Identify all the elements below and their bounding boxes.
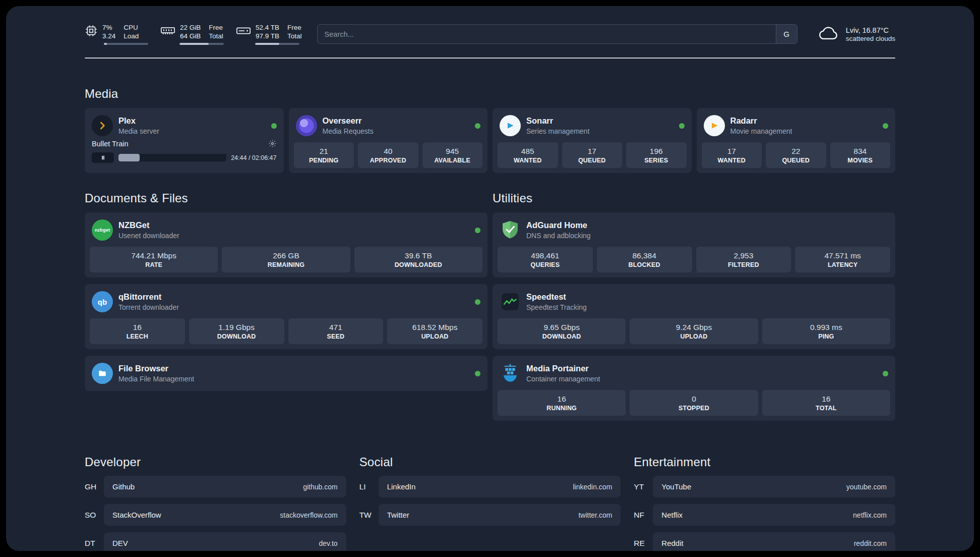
now-playing-row: Bullet Train [92,139,277,148]
section-title-documents: Documents & Files [85,191,487,205]
app-name: Radarr [730,116,792,126]
player-controls: 24:44 / 02:06:47 [92,152,277,163]
app-name: File Browser [118,364,194,374]
stat-value: 945 [424,147,481,156]
link-linkedin[interactable]: LinkedIn linkedin.com [379,476,621,497]
link-row-dev: DT DEV dev.to [85,532,346,551]
app-name: NZBGet [118,220,179,231]
app-card-portainer[interactable]: Media Portainer Container management 16 … [493,356,895,421]
link-abbr: LI [359,482,379,491]
app-name: Plex [118,116,159,126]
app-titles: Overseerr Media Requests [323,116,374,135]
stat-label: SEED [290,333,382,340]
stat-filtered: 2,953 FILTERED [696,247,791,272]
cpu-label: CPU [124,23,139,32]
stat-value: 21 [296,147,352,156]
stat-available: 945 AVAILABLE [422,142,483,168]
app-titles: AdGuard Home DNS and adblocking [526,220,591,240]
link-youtube[interactable]: YouTube youtube.com [653,476,895,497]
status-online-dot [475,228,480,233]
status-online-dot [475,299,480,305]
ram-icon [160,24,175,39]
cpu-widget: 7% CPU 3.24 Load [85,23,148,45]
disk-icon [236,24,251,39]
entertainment-links: Entertainment YT YouTube youtube.com NF … [634,455,895,551]
link-url: github.com [303,483,337,491]
playback-progress-fill [118,154,140,161]
app-card-nzbget[interactable]: nzbget NZBGet Usenet downloader 744.21 M… [85,212,487,277]
app-card-adguard[interactable]: AdGuard Home DNS and adblocking 498,461 … [493,212,895,277]
link-reddit[interactable]: Reddit reddit.com [653,532,895,551]
stat-total: 16 TOTAL [762,390,890,416]
app-titles: qBittorrent Torrent downloader [118,292,179,311]
media-card-grid: Plex Media server Bullet Train [85,108,895,173]
stat-pending: 21 PENDING [294,142,354,168]
app-card-sonarr[interactable]: Sonarr Series management 485 WANTED 17 Q… [493,108,692,173]
app-titles: Speedtest Speedtest Tracking [526,292,587,311]
stat-value: 485 [500,147,556,156]
adguard-shield-icon [500,219,521,241]
link-twitter[interactable]: Twitter twitter.com [379,504,621,526]
app-card-plex[interactable]: Plex Media server Bullet Train [85,108,284,173]
stat-remaining: 266 GB REMAINING [222,247,350,272]
stat-label: QUERIES [500,261,591,268]
plex-icon [92,115,113,136]
link-netflix[interactable]: Netflix netflix.com [653,504,895,526]
status-online-dot [475,371,480,376]
stat-ping: 0.993 ms PING [762,318,890,344]
app-card-qbittorrent[interactable]: qb qBittorrent Torrent downloader 16 LEE… [85,284,487,349]
stats-row: 744.21 Mbps RATE 266 GB REMAINING 39.6 T… [90,247,482,272]
app-subtitle: Torrent downloader [118,303,179,311]
cpu-widget-main: 7% CPU 3.24 Load [85,23,148,40]
card-header: Overseerr Media Requests [294,113,483,138]
app-subtitle: Container management [526,375,600,383]
search-engine-button[interactable]: G [776,25,797,43]
stat-label: DOWNLOADED [356,261,480,268]
card-header: nzbget NZBGet Usenet downloader [90,217,482,243]
link-url: linkedin.com [573,483,612,491]
link-stackoverflow[interactable]: StackOverflow stackoverflow.com [104,504,346,526]
stat-value: 618.52 Mbps [389,323,480,332]
link-abbr: YT [634,482,653,491]
stat-movies: 834 MOVIES [830,142,891,168]
status-online-dot [883,371,888,376]
search-input[interactable] [318,25,776,43]
link-github[interactable]: Github github.com [104,476,346,497]
stat-label: UPLOAD [389,333,480,340]
link-name: YouTube [661,482,691,491]
app-card-radarr[interactable]: Radarr Movie management 17 WANTED 22 QUE… [697,108,896,173]
disk-total-value: 97.9 TB [256,32,279,40]
link-dev[interactable]: DEV dev.to [104,532,346,551]
app-card-overseerr[interactable]: Overseerr Media Requests 21 PENDING 40 A… [289,108,488,173]
link-url: netflix.com [853,511,887,519]
stat-upload: 9.24 Gbps UPLOAD [630,318,758,344]
app-card-speedtest[interactable]: Speedtest Speedtest Tracking 9.65 Gbps D… [493,284,895,349]
utilities-column: Utilities AdGuard Home [493,191,895,421]
app-card-filebrowser[interactable]: File Browser Media File Management [85,356,487,391]
cpu-readout: 7% CPU 3.24 Load [102,23,139,40]
stat-label: FILTERED [698,261,789,268]
app-titles: NZBGet Usenet downloader [118,220,179,240]
link-url: reddit.com [854,539,887,547]
playback-progress-bar[interactable] [118,154,226,161]
weather-text: Lviv, 16.87°C scattered clouds [846,26,895,42]
stats-row: 16 RUNNING 0 STOPPED 16 TOTAL [498,390,890,416]
stat-series: 196 SERIES [626,142,687,168]
link-abbr: NF [634,511,653,520]
stat-label: RATE [92,261,216,268]
app-name: Overseerr [323,116,374,126]
ram-free-value: 22 GiB [180,23,201,32]
link-row-github: GH Github github.com [85,476,346,497]
app-subtitle: Media server [118,127,159,135]
link-row-twitter: TW Twitter twitter.com [359,504,621,526]
filebrowser-icon [92,363,113,384]
pause-button[interactable] [92,152,114,163]
stat-value: 266 GB [224,251,348,260]
gear-icon[interactable] [268,139,277,148]
link-abbr: GH [85,482,104,491]
app-name: qBittorrent [118,292,179,302]
stat-value: 39.6 TB [356,251,480,260]
search-bar[interactable]: G [317,24,798,44]
app-name: Media Portainer [526,364,600,374]
card-header: Media Portainer Container management [498,361,890,386]
